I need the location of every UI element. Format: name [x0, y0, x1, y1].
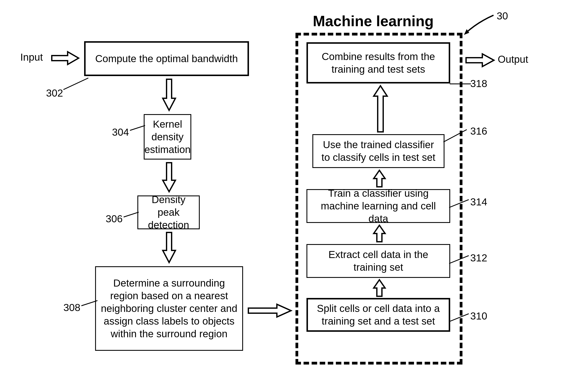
arrow-314-316	[372, 169, 387, 188]
arrow-306-308	[161, 231, 178, 264]
svg-marker-4	[163, 233, 175, 262]
arrow-310-312	[372, 278, 387, 297]
ref-310: 310	[470, 311, 487, 322]
ref-318: 318	[470, 78, 487, 89]
ref-312: 312	[470, 253, 487, 264]
box-310: Split cells or cell data into a training…	[306, 298, 450, 332]
arrow-312-314	[372, 224, 387, 243]
arrow-output	[465, 52, 496, 69]
svg-marker-1	[52, 52, 79, 64]
svg-marker-10	[466, 54, 494, 66]
box-314: Train a classifier using machine learnin…	[306, 189, 450, 223]
box-302: Compute the optimal bandwidth	[84, 41, 249, 76]
ref-314: 314	[470, 196, 487, 208]
svg-marker-6	[374, 280, 385, 296]
ref-306: 306	[106, 213, 123, 225]
callout-arrow-30	[463, 13, 497, 37]
leader-318	[450, 84, 471, 84]
box-304: Kernel density estimation	[144, 114, 191, 160]
ref-308: 308	[63, 302, 80, 313]
box-318: Combine results from the training and te…	[306, 42, 450, 84]
arrow-302-304	[161, 78, 178, 112]
leader-304	[130, 125, 145, 131]
svg-marker-5	[248, 304, 291, 317]
svg-marker-9	[374, 86, 387, 132]
svg-marker-7	[374, 225, 385, 242]
arrow-316-318	[372, 85, 389, 133]
svg-marker-2	[163, 79, 175, 110]
leader-302	[63, 78, 88, 90]
svg-marker-8	[374, 170, 385, 187]
diagram-canvas: Machine learning 30 Input Compute the op…	[0, 0, 588, 381]
ref-302: 302	[46, 88, 63, 99]
leader-306	[124, 212, 139, 217]
svg-marker-3	[163, 163, 175, 192]
box-312: Extract cell data in the training set	[306, 244, 450, 278]
input-label: Input	[20, 52, 43, 63]
box-306: Density peak detection	[137, 195, 200, 229]
box-316: Use the trained classifier to classify c…	[312, 134, 444, 168]
machine-learning-title: Machine learning	[313, 13, 434, 30]
arrow-304-306	[161, 162, 178, 193]
ref-316: 316	[470, 126, 487, 137]
arrow-input	[51, 50, 80, 66]
arrow-308-310	[247, 302, 293, 319]
box-308: Determine a surrounding region based on …	[95, 266, 243, 351]
ref-304: 304	[112, 127, 129, 138]
output-label: Output	[498, 54, 528, 65]
ref-30: 30	[497, 11, 508, 22]
